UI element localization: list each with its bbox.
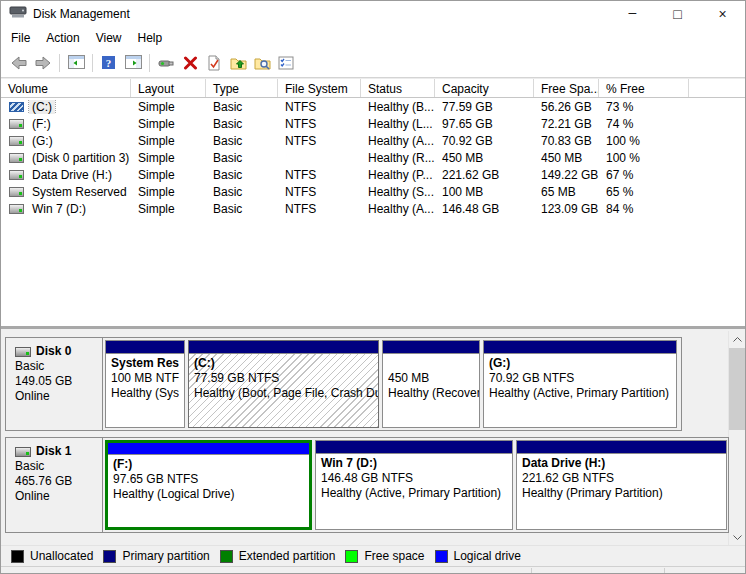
disk-icon	[15, 347, 31, 357]
close-icon: ×	[718, 6, 726, 22]
column-header-status[interactable]: Status	[361, 79, 435, 97]
legend-item-free-space: Free space	[345, 549, 424, 563]
partition-g[interactable]: (G:)70.92 GB NTFSHealthy (Active, Primar…	[483, 340, 677, 428]
volume-row-disk-0-partition-3[interactable]: (Disk 0 partition 3)SimpleBasicHealthy (…	[1, 149, 745, 166]
console-tree-icon[interactable]	[64, 52, 88, 74]
volume-icon	[9, 204, 24, 214]
partition-size: 450 MB	[383, 371, 479, 386]
cell-capacity: 97.65 GB	[435, 117, 534, 131]
column-header-capacity[interactable]: Capacity	[435, 79, 534, 97]
partition-status: Healthy (Recover	[383, 386, 479, 401]
maximize-icon: □	[673, 6, 681, 22]
volume-row-system-reserved[interactable]: System ReservedSimpleBasicNTFSHealthy (S…	[1, 183, 745, 200]
volume-label: (G:)	[29, 134, 56, 148]
cell-pct-free: 74 %	[599, 117, 689, 131]
volume-icon	[9, 187, 24, 197]
cell-status: Healthy (B...	[361, 100, 435, 114]
disk-type: Basic	[15, 359, 102, 374]
check-document-icon[interactable]	[202, 52, 226, 74]
cell-free-space: 56.26 GB	[534, 100, 599, 114]
volume-row-data-drive-h[interactable]: Data Drive (H:)SimpleBasicNTFSHealthy (P…	[1, 166, 745, 183]
legend-label: Unallocated	[30, 549, 93, 563]
column-header-layout[interactable]: Layout	[131, 79, 206, 97]
forward-icon[interactable]	[31, 52, 55, 74]
column-header-volume[interactable]: Volume	[1, 79, 131, 97]
partition-win-7-d[interactable]: Win 7 (D:)146.48 GB NTFSHealthy (Active,…	[315, 440, 513, 530]
disk-name: Disk 1	[15, 444, 102, 459]
cell-status: Healthy (S...	[361, 185, 435, 199]
cell-type: Basic	[206, 100, 278, 114]
primary-partition-bar	[189, 341, 378, 354]
partition-name: (C:)	[189, 356, 378, 371]
volume-row-g[interactable]: (G:)SimpleBasicNTFSHealthy (A...70.92 GB…	[1, 132, 745, 149]
disk-header-disk-1[interactable]: Disk 1Basic465.76 GBOnline	[6, 438, 103, 532]
volume-list-header: VolumeLayoutTypeFile SystemStatusCapacit…	[1, 78, 745, 98]
disk-size: 149.05 GB	[15, 374, 102, 389]
minimize-button[interactable]: –	[610, 1, 655, 27]
logical-drive-bar	[108, 443, 309, 455]
cell-volume: (Disk 0 partition 3)	[1, 151, 131, 165]
cell-layout: Simple	[131, 202, 206, 216]
volume-row-f[interactable]: (F:)SimpleBasicNTFSHealthy (L...97.65 GB…	[1, 115, 745, 132]
partition-f[interactable]: (F:)97.65 GB NTFSHealthy (Logical Drive)	[105, 440, 312, 530]
volume-row-c[interactable]: (C:)SimpleBasicNTFSHealthy (B...77.59 GB…	[1, 98, 745, 115]
partition-status: Healthy (Active, Primary Partition)	[316, 486, 512, 501]
menu-view[interactable]: View	[88, 28, 130, 48]
toolbar-separator	[149, 54, 150, 72]
column-header-free[interactable]: % Free	[599, 79, 689, 97]
partition-system-res[interactable]: System Res100 MB NTFHealthy (Sys	[105, 340, 185, 428]
partition-size: 221.62 GB NTFS	[517, 471, 726, 486]
column-header-free-spa[interactable]: Free Spa...	[534, 79, 599, 97]
pane-splitter[interactable]	[1, 323, 745, 331]
volume-icon	[9, 153, 24, 163]
scroll-up-icon[interactable]	[729, 331, 745, 347]
minimize-icon: –	[629, 4, 637, 20]
cell-pct-free: 100 %	[599, 134, 689, 148]
partition-status: Healthy (Boot, Page File, Crash Du	[189, 386, 378, 401]
checklist-icon[interactable]	[274, 52, 298, 74]
partition-c[interactable]: (C:)77.59 GB NTFSHealthy (Boot, Page Fil…	[188, 340, 379, 428]
status-bar	[1, 566, 745, 574]
close-button[interactable]: ×	[700, 1, 745, 27]
maximize-button[interactable]: □	[655, 1, 700, 27]
volume-label: (C:)	[29, 100, 55, 114]
menubar: FileActionViewHelp	[1, 27, 745, 48]
partition-450-mb[interactable]: 450 MBHealthy (Recover	[382, 340, 480, 428]
volume-icon	[9, 136, 24, 146]
legend-bar: UnallocatedPrimary partitionExtended par…	[1, 545, 745, 566]
cell-volume: (F:)	[1, 117, 131, 131]
folder-search-icon[interactable]	[250, 52, 274, 74]
volume-row-win-7-d[interactable]: Win 7 (D:)SimpleBasicNTFSHealthy (A...14…	[1, 200, 745, 217]
menu-help[interactable]: Help	[130, 28, 171, 48]
vertical-scrollbar	[728, 331, 745, 545]
disk-header-disk-0[interactable]: Disk 0Basic149.05 GBOnline	[6, 338, 103, 430]
disk-tool-icon[interactable]	[154, 52, 178, 74]
cell-volume: (G:)	[1, 134, 131, 148]
scroll-down-icon[interactable]	[729, 529, 745, 545]
partition-data-drive-h[interactable]: Data Drive (H:)221.62 GB NTFSHealthy (Pr…	[516, 440, 727, 530]
scrollbar-thumb[interactable]	[729, 348, 745, 430]
help-icon[interactable]: ?	[97, 52, 121, 74]
partition-name: System Res	[106, 356, 184, 371]
folder-up-icon[interactable]	[226, 52, 250, 74]
menu-file[interactable]: File	[3, 28, 38, 48]
cell-capacity: 77.59 GB	[435, 100, 534, 114]
menu-action[interactable]: Action	[38, 28, 87, 48]
legend-swatch	[435, 550, 448, 563]
cell-file-system: NTFS	[278, 134, 361, 148]
column-header-type[interactable]: Type	[206, 79, 278, 97]
back-icon[interactable]	[7, 52, 31, 74]
delete-icon[interactable]	[178, 52, 202, 74]
column-header-filler	[689, 79, 745, 97]
app-icon	[9, 5, 27, 23]
cell-free-space: 123.09 GB	[534, 202, 599, 216]
partition-name	[383, 356, 479, 371]
partition-area: (F:)97.65 GB NTFSHealthy (Logical Drive)…	[103, 438, 728, 532]
volume-label: System Reserved	[29, 185, 130, 199]
cell-file-system: NTFS	[278, 100, 361, 114]
disk-name: Disk 0	[15, 344, 102, 359]
disk-name-label: Disk 0	[36, 344, 71, 359]
svg-text:?: ?	[106, 57, 112, 69]
action-pane-icon[interactable]	[121, 52, 145, 74]
column-header-file-system[interactable]: File System	[278, 79, 361, 97]
